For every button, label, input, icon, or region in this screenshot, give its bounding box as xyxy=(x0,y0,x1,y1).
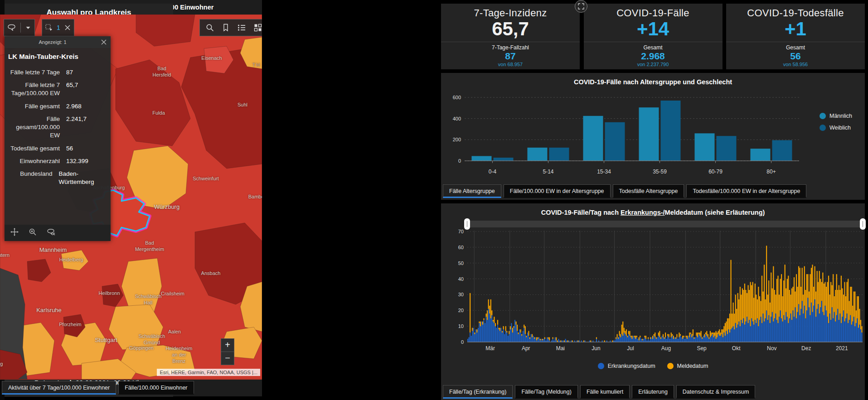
svg-text:80+: 80+ xyxy=(766,169,776,175)
popup-row-label: Fälle letzte 7 Tage/100.000 EW xyxy=(6,81,60,97)
map[interactable]: EisenachTHBad HersfeldFuldaSuhlSchweinfu… xyxy=(0,14,262,380)
svg-text:60: 60 xyxy=(458,245,464,250)
popup-attribute-rows: Fälle letzte 7 Tage87Fälle letzte 7 Tage… xyxy=(5,62,111,225)
svg-text:200: 200 xyxy=(453,137,461,142)
popup-row-value: 87 xyxy=(66,68,73,77)
stat-card-value: +14 xyxy=(584,19,723,39)
svg-text:0-4: 0-4 xyxy=(489,169,497,175)
popup-row: Fälle gesamt2.968 xyxy=(6,102,106,111)
map-zoom-control: + − xyxy=(221,338,234,365)
map-tab-1[interactable]: Fälle/100.000 Einwohner xyxy=(118,381,194,395)
lasso-select-icon[interactable] xyxy=(7,23,17,32)
time-range-slider[interactable] xyxy=(467,221,863,227)
map-layer-tabs: Aktivität über 7 Tage/100.000 EinwohnerF… xyxy=(2,381,194,395)
zoom-out-button[interactable]: − xyxy=(221,352,234,365)
daily-chart-tabs: Fälle/Tag (Erkrankung)Fälle/Tag (Meldung… xyxy=(443,385,755,399)
search-icon[interactable] xyxy=(205,23,214,32)
legend-label: Erkrankungsdatum xyxy=(608,363,655,369)
stat-card-value: 65,7 xyxy=(441,19,580,39)
popup-row-value: 2.241,7 xyxy=(66,115,87,140)
stat-card-sub-label: 7-Tage-Fallzahl xyxy=(441,44,580,51)
svg-text:30: 30 xyxy=(458,292,464,297)
clear-selection-icon[interactable] xyxy=(64,24,71,31)
daily-tab-3[interactable]: Erläuterung xyxy=(632,385,674,399)
selection-count-chip: 1 xyxy=(42,19,74,36)
stat-card-title: 7-Tage-Inzidenz xyxy=(441,7,580,19)
title-text: COVID-19-Fälle/Tag nach xyxy=(541,209,621,216)
title-link-erkrankung[interactable]: Erkrankungs-/ xyxy=(621,209,665,216)
svg-text:Dez: Dez xyxy=(801,345,811,352)
map-tools-toolbar xyxy=(199,19,262,36)
svg-text:10: 10 xyxy=(458,323,464,329)
pan-icon[interactable] xyxy=(10,227,19,238)
legend-item-meldedatum[interactable]: Meldedatum xyxy=(667,363,708,369)
map-panel: COVID-19-Fälle der letzten 7 Tage/100.00… xyxy=(0,0,262,396)
daily-tab-4[interactable]: Datenschutz & Impressum xyxy=(676,385,756,399)
daily-chart-title: COVID-19-Fälle/Tag nach Erkrankungs-/Mel… xyxy=(441,203,865,216)
daily-tab-0[interactable]: Fälle/Tag (Erkrankung) xyxy=(443,385,513,399)
popup-row-value: Baden-Württemberg xyxy=(58,170,106,186)
svg-text:40: 40 xyxy=(458,276,464,282)
legend-item-weiblich[interactable]: Weiblich xyxy=(820,125,851,131)
map-select-toolbar xyxy=(4,19,35,36)
legend-label: Meldedatum xyxy=(677,363,708,369)
popup-row-value: 132.399 xyxy=(66,157,88,165)
svg-text:5-14: 5-14 xyxy=(543,169,553,175)
svg-text:Nov: Nov xyxy=(767,345,776,352)
stat-card-title: COVID-19-Fälle xyxy=(584,7,723,19)
stat-card-0: 7-Tage-Inzidenz65,77-Tage-Fallzahl87von … xyxy=(441,4,580,69)
svg-text:Aug: Aug xyxy=(661,345,671,352)
expand-arrows-icon xyxy=(578,3,584,10)
svg-text:Jul: Jul xyxy=(627,345,634,352)
lasso-icon[interactable] xyxy=(46,227,56,238)
popup-row-label: Fälle gesamt xyxy=(6,102,60,111)
popup-row: Fälle letzte 7 Tage87 xyxy=(6,68,106,77)
svg-text:0: 0 xyxy=(458,158,461,164)
stat-card-sub-label: Gesamt xyxy=(584,44,723,51)
selection-rect-icon[interactable] xyxy=(45,24,53,32)
svg-text:2021: 2021 xyxy=(836,345,848,352)
divider xyxy=(441,42,580,42)
selection-count: 1 xyxy=(57,24,60,31)
slider-handle-right[interactable] xyxy=(860,218,866,230)
legend-dot xyxy=(820,113,826,119)
legend-item-erkrankungsdatum[interactable]: Erkrankungsdatum xyxy=(598,363,655,369)
slider-handle-left[interactable] xyxy=(464,218,470,230)
svg-text:15-34: 15-34 xyxy=(597,169,611,175)
bookmark-icon[interactable] xyxy=(222,23,230,32)
legend-dot xyxy=(820,125,826,131)
map-tab-0[interactable]: Aktivität über 7 Tage/100.000 Einwohner xyxy=(2,381,116,395)
divider xyxy=(584,42,723,42)
svg-text:Mai: Mai xyxy=(556,345,565,352)
age-chart-title: COVID-19-Fälle nach Altersgruppe und Ges… xyxy=(441,73,865,86)
zoom-in-icon[interactable] xyxy=(28,227,37,238)
svg-text:400: 400 xyxy=(453,116,461,121)
stat-card-sub-value: 87 xyxy=(441,51,580,61)
popup-close-icon[interactable] xyxy=(101,39,107,45)
legend-label: Weiblich xyxy=(829,125,851,131)
stat-card-1: COVID-19-Fälle+14Gesamt2.968von 2.237.79… xyxy=(584,4,723,69)
age-tab-3[interactable]: Todesfälle/100.000 EW in der Altersgrupp… xyxy=(686,184,806,198)
popup-row: Einwohnerzahl132.399 xyxy=(6,157,106,165)
stat-card-total: von 58.956 xyxy=(726,62,865,67)
daily-chart-panel: COVID-19-Fälle/Tag nach Erkrankungs-/Mel… xyxy=(441,203,865,400)
legend-icon[interactable] xyxy=(237,24,246,32)
zoom-in-button[interactable]: + xyxy=(221,339,234,352)
svg-text:Sep: Sep xyxy=(697,345,707,352)
age-chart-panel: COVID-19-Fälle nach Altersgruppe und Ges… xyxy=(441,73,865,200)
chevron-down-icon[interactable] xyxy=(24,24,32,31)
stat-card-sub-value: 2.968 xyxy=(584,51,723,61)
legend-item-männlich[interactable]: Männlich xyxy=(820,113,852,119)
basemap-icon[interactable] xyxy=(253,23,262,32)
age-tab-0[interactable]: Fälle Altersgruppe xyxy=(443,184,501,198)
popup-row-label: Todesfälle gesamt xyxy=(6,145,60,153)
map-attribution: Esri, HERE, Garmin, FAO, NOAA, USGS |... xyxy=(157,369,260,376)
age-tab-2[interactable]: Todesfälle Altersgruppe xyxy=(613,184,684,198)
daily-tab-1[interactable]: Fälle/Tag (Meldung) xyxy=(515,385,577,399)
age-tab-1[interactable]: Fälle/100.000 EW in der Altersgruppe xyxy=(504,184,611,198)
daily-tab-2[interactable]: Fälle kumuliert xyxy=(580,385,630,399)
svg-text:70: 70 xyxy=(458,230,464,234)
age-chart-tabs: Fälle AltersgruppeFälle/100.000 EW in de… xyxy=(443,184,806,198)
stat-card-value: +1 xyxy=(726,19,865,39)
expand-button[interactable] xyxy=(575,0,587,13)
